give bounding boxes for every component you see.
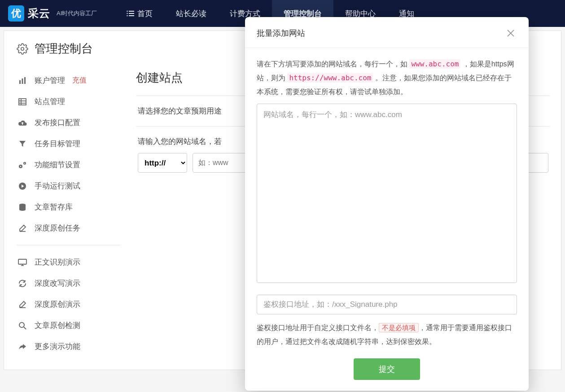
nav-webmaster[interactable]: 站长必读 — [164, 0, 218, 27]
svg-point-17 — [24, 163, 25, 164]
sidebar-item-label: 文章暂存库 — [35, 202, 73, 212]
list-icon — [127, 10, 135, 17]
modal-body: 请在下方填写要添加的网站域名，每行一个，如 www.abc.com ，如果是ht… — [245, 48, 529, 391]
sidebar-item-body-detect-demo[interactable]: 正文识别演示 — [15, 252, 123, 273]
sidebar-item-label: 深度改写演示 — [35, 278, 80, 288]
svg-point-5 — [127, 15, 128, 16]
desc-text: 请在下方填写要添加的网站域名，每行一个，如 — [257, 60, 409, 68]
sidebar-item-manual-run[interactable]: 手动运行测试 — [15, 175, 123, 196]
svg-rect-9 — [24, 77, 26, 84]
nav-label: 首页 — [137, 9, 153, 19]
search-icon — [18, 322, 27, 330]
sidebar-item-plagiarism-check[interactable]: 文章原创检测 — [15, 315, 123, 336]
note-text: 鉴权接口地址用于自定义接口文件名， — [257, 324, 379, 331]
auth-help-note: 鉴权接口地址用于自定义接口文件名，不是必填项，通常用于需要通用鉴权接口的用户，通… — [257, 321, 517, 348]
modal-title: 批量添加网站 — [257, 28, 305, 39]
svg-rect-8 — [22, 78, 23, 84]
sidebar-item-label: 更多演示功能 — [35, 341, 80, 352]
sidebar-item-settings[interactable]: 功能细节设置 — [15, 154, 123, 175]
bar-chart-icon — [18, 77, 27, 85]
form-label: 请选择您的文章预期用途 — [138, 107, 222, 115]
svg-rect-7 — [19, 80, 21, 84]
sidebar-item-tasks[interactable]: 任务目标管理 — [15, 133, 123, 154]
modal-description: 请在下方填写要添加的网站域名，每行一个，如 www.abc.com ，如果是ht… — [257, 57, 517, 99]
sidebar-item-label: 任务目标管理 — [35, 139, 80, 149]
refresh-icon — [18, 279, 27, 287]
sidebar-item-label: 账户管理 — [35, 75, 65, 86]
logo[interactable]: 优 采云 AI时代内容工厂 — [8, 5, 97, 22]
recharge-badge: 充值 — [72, 76, 87, 85]
modal-actions: 提交 — [257, 358, 517, 380]
sidebar-item-deep-original-task[interactable]: 深度原创任务 — [15, 218, 123, 239]
close-icon[interactable] — [504, 27, 517, 39]
sidebar-item-label: 文章原创检测 — [35, 320, 80, 331]
optional-badge: 不是必填项 — [379, 323, 419, 332]
sidebar-item-label: 深度原创任务 — [35, 223, 80, 233]
sidebar-item-account[interactable]: 账户管理 充值 — [15, 70, 123, 91]
svg-point-6 — [21, 47, 24, 50]
grid-icon — [18, 98, 27, 106]
nav-home[interactable]: 首页 — [115, 0, 164, 27]
sidebar-item-more-demo[interactable]: 更多演示功能 — [15, 336, 123, 357]
sidebar-item-label: 深度原创演示 — [35, 299, 80, 309]
logo-subtitle: AI时代内容工厂 — [57, 9, 97, 17]
sidebar-item-sites[interactable]: 站点管理 — [15, 91, 123, 112]
sidebar-item-rewrite-demo[interactable]: 深度改写演示 — [15, 273, 123, 294]
cogs-icon — [18, 161, 27, 169]
submit-button[interactable]: 提交 — [354, 358, 420, 380]
svg-rect-20 — [18, 259, 26, 264]
filter-icon — [18, 140, 27, 148]
svg-line-24 — [24, 327, 26, 329]
protocol-select[interactable]: http:// — [138, 153, 187, 173]
modal-header: 批量添加网站 — [245, 17, 529, 48]
sidebar-item-label: 站点管理 — [35, 96, 65, 107]
svg-point-3 — [127, 11, 128, 12]
sidebar-item-label: 正文识别演示 — [35, 257, 80, 267]
edit-icon — [18, 301, 27, 309]
sidebar-item-label: 发布接口配置 — [35, 118, 80, 128]
sidebar-item-label: 功能细节设置 — [35, 160, 80, 170]
gear-icon — [17, 43, 28, 55]
logo-badge: 优 — [8, 5, 24, 22]
sidebar-item-original-demo[interactable]: 深度原创演示 — [15, 294, 123, 315]
modal-batch-add: 批量添加网站 请在下方填写要添加的网站域名，每行一个，如 www.abc.com… — [245, 17, 529, 391]
share-icon — [18, 343, 27, 350]
auth-url-input[interactable] — [257, 295, 517, 314]
code-example-1: www.abc.com — [409, 59, 460, 69]
nav-label: 站长必读 — [176, 9, 206, 19]
sidebar: 账户管理 充值 站点管理 发布接口配置 — [15, 70, 136, 357]
domains-textarea[interactable] — [257, 104, 517, 283]
svg-point-4 — [127, 13, 128, 14]
database-icon — [18, 203, 27, 211]
svg-point-23 — [19, 322, 24, 327]
edit-icon — [18, 224, 27, 232]
monitor-icon — [18, 259, 27, 266]
code-example-2: https://www.abc.com — [287, 73, 373, 83]
sidebar-item-publish-api[interactable]: 发布接口配置 — [15, 112, 123, 133]
page-title: 管理控制台 — [35, 41, 93, 57]
logo-text: 采云 — [28, 6, 50, 21]
sidebar-divider — [17, 245, 121, 245]
svg-rect-10 — [19, 99, 26, 105]
sidebar-item-label: 手动运行测试 — [35, 181, 80, 191]
sidebar-item-article-store[interactable]: 文章暂存库 — [15, 196, 123, 218]
play-circle-icon — [18, 182, 27, 190]
cloud-upload-icon — [18, 119, 27, 126]
svg-point-15 — [20, 166, 22, 167]
